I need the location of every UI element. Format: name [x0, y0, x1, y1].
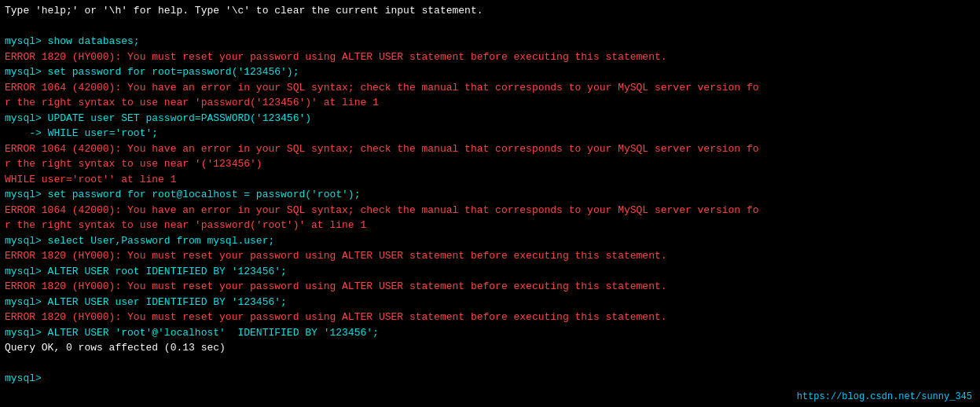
terminal-line: ERROR 1064 (42000): You have an error in…: [5, 141, 975, 157]
terminal-line: mysql> ALTER USER 'root'@'localhost' IDE…: [5, 325, 975, 341]
terminal-line: ERROR 1820 (HY000): You must reset your …: [5, 248, 975, 264]
terminal-line: mysql>: [5, 371, 975, 387]
terminal-line: [5, 356, 975, 372]
footer-link: https://blog.csdn.net/sunny_345: [797, 391, 972, 402]
terminal-line: Query OK, 0 rows affected (0.13 sec): [5, 340, 975, 356]
terminal-line: ERROR 1064 (42000): You have an error in…: [5, 80, 975, 96]
terminal: Type 'help;' or '\h' for help. Type '\c'…: [0, 0, 980, 407]
terminal-line: ERROR 1064 (42000): You have an error in…: [5, 203, 975, 218]
terminal-line: mysql> ALTER USER root IDENTIFIED BY '12…: [5, 264, 975, 280]
terminal-line: mysql> UPDATE user SET password=PASSWORD…: [5, 111, 975, 126]
terminal-line: mysql> ALTER USER user IDENTIFIED BY '12…: [5, 295, 975, 310]
terminal-line: r the right syntax to use near 'password…: [5, 95, 975, 111]
terminal-line: mysql> set password for root=password('1…: [5, 64, 975, 80]
terminal-line: mysql> show databases;: [5, 34, 975, 50]
terminal-line: [5, 19, 975, 35]
terminal-line: mysql> set password for root@localhost =…: [5, 187, 975, 203]
terminal-line: -> WHILE user='root';: [5, 126, 975, 141]
terminal-line: Type 'help;' or '\h' for help. Type '\c'…: [5, 3, 975, 19]
terminal-line: r the right syntax to use near '('123456…: [5, 156, 975, 172]
terminal-line: WHILE user='root'' at line 1: [5, 172, 975, 188]
terminal-line: r the right syntax to use near 'password…: [5, 218, 975, 233]
terminal-line: mysql> select User,Password from mysql.u…: [5, 233, 975, 249]
terminal-line: ERROR 1820 (HY000): You must reset your …: [5, 50, 975, 65]
terminal-line: ERROR 1820 (HY000): You must reset your …: [5, 279, 975, 295]
terminal-line: ERROR 1820 (HY000): You must reset your …: [5, 310, 975, 325]
